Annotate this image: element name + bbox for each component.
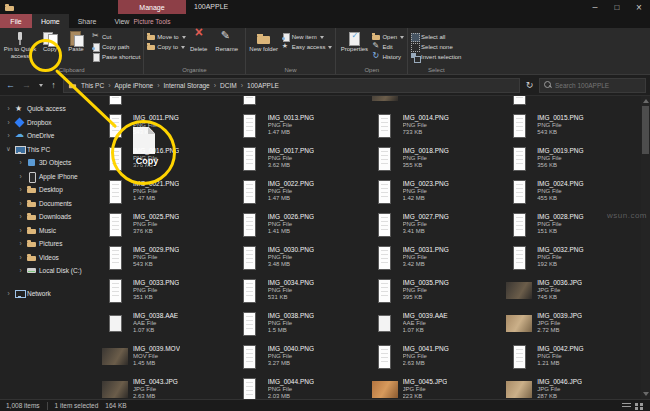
properties-button[interactable]: Properties (339, 30, 369, 53)
breadcrumb[interactable]: This PC Apple iPhone Internal Storage DC… (63, 78, 520, 93)
file-item[interactable]: IMG_0017.PNG PNG File 3.62 MB (235, 142, 370, 175)
sidebar-item[interactable]: › Local Disk (C:) (0, 264, 97, 278)
sidebar-item[interactable]: › Dropbox (0, 116, 97, 130)
file-item[interactable]: IMG_0027.PNG PNG File 3.41 MB (370, 208, 505, 241)
file-item[interactable]: IMG_0022.PNG PNG File 1.47 MB (235, 175, 370, 208)
back-button[interactable]: ← (4, 78, 17, 92)
scroll-up-icon[interactable] (643, 99, 649, 103)
expand-chevron-icon[interactable]: › (5, 290, 12, 297)
expand-chevron-icon[interactable]: › (17, 227, 24, 234)
file-item[interactable]: IMG_0025.PNG PNG File 376 KB (100, 208, 235, 241)
open-button[interactable]: Open (372, 33, 404, 41)
rename-button[interactable]: Rename (212, 30, 242, 53)
file-item[interactable]: IMG_0046.JPG JPG File 287 KB (504, 373, 639, 399)
tab-picture-tools[interactable]: Picture Tools (118, 14, 186, 28)
sidebar-item[interactable]: › Pictures (0, 237, 97, 251)
file-item[interactable]: IMG_0011.PNG PNG File 543 KB (100, 109, 235, 142)
large-icons-view-icon[interactable] (635, 401, 644, 410)
expand-chevron-icon[interactable]: › (17, 240, 24, 247)
sidebar-item[interactable]: › Documents (0, 197, 97, 211)
expand-chevron-icon[interactable]: › (17, 267, 24, 274)
refresh-icon[interactable] (523, 78, 536, 92)
file-item[interactable]: IMG_0039.MOV MOV File 1.45 MB (100, 340, 235, 373)
expand-chevron-icon[interactable]: › (5, 132, 12, 139)
file-item[interactable]: IMG_0029.PNG PNG File 543 KB (100, 241, 235, 274)
file-item[interactable]: IMG_0039.AAE AAE File 1.07 KB (370, 307, 505, 340)
file-item[interactable]: IMG_0031.PNG PNG File 3.42 MB (370, 241, 505, 274)
file-item[interactable]: IMG_0019.PNG PNG File 356 KB (504, 142, 639, 175)
sidebar-item[interactable]: › Music (0, 224, 97, 238)
file-item[interactable]: IMG_0041.PNG PNG File 2.63 MB (370, 340, 505, 373)
edit-button[interactable]: Edit (372, 43, 404, 51)
file-item[interactable]: IMG_0026.PNG PNG File 1.41 MB (235, 208, 370, 241)
expand-chevron-icon[interactable]: › (17, 186, 24, 193)
paste-shortcut-button[interactable]: Paste shortcut (92, 53, 140, 61)
file-item[interactable]: 361 KB (100, 96, 235, 109)
file-item[interactable]: IMG_0038.PNG PNG File 1.5 MB (235, 307, 370, 340)
search-box[interactable] (539, 78, 646, 93)
sidebar-item[interactable]: › OneDrive (0, 129, 97, 143)
file-item[interactable]: IMG_0030.PNG PNG File 3.48 MB (235, 241, 370, 274)
breadcrumb-segment[interactable]: Internal Storage (163, 82, 216, 89)
breadcrumb-segment[interactable]: This PC (81, 82, 110, 89)
tab-file[interactable]: File (0, 14, 32, 28)
select-all-button[interactable]: Select all (411, 33, 461, 41)
details-view-icon[interactable] (622, 401, 631, 410)
sidebar-item[interactable]: › Videos (0, 251, 97, 265)
pin-to-quick-access-button[interactable]: Pin to Quick access (3, 30, 37, 59)
file-item[interactable]: 562 KB (235, 96, 370, 109)
file-item[interactable]: IMG_0043.JPG JPG File 2.63 MB (100, 373, 235, 399)
file-item[interactable]: IMG_0032.PNG PNG File 192 KB (504, 241, 639, 274)
delete-button[interactable]: Delete (186, 30, 212, 53)
breadcrumb-segment[interactable]: DCIM (220, 82, 243, 89)
file-item[interactable]: IMG_0042.PNG PNG File 1.21 MB (504, 340, 639, 373)
up-button[interactable]: ↑ (47, 78, 60, 92)
move-to-button[interactable]: Move to (147, 33, 185, 41)
file-item[interactable]: IMG_0014.PNG PNG File 733 KB (370, 109, 505, 142)
expand-chevron-icon[interactable]: › (17, 254, 24, 261)
file-item[interactable]: IMG_0016.PNG PNG File 376 KB (100, 142, 235, 175)
sidebar-item[interactable]: › Network (0, 287, 97, 301)
sidebar-item[interactable]: › Downloads (0, 210, 97, 224)
file-item[interactable]: IMG_0035.PNG PNG File 395 KB (370, 274, 505, 307)
tab-home[interactable]: Home (32, 14, 69, 28)
file-item[interactable]: IMG_0039.JPG JPG File 2.72 MB (504, 307, 639, 340)
scroll-down-icon[interactable] (643, 392, 649, 396)
recent-locations-dropdown[interactable] (36, 78, 44, 92)
minimize-button[interactable] (584, 0, 606, 14)
new-folder-button[interactable]: New folder (249, 30, 279, 53)
sidebar-item[interactable]: › Apple iPhone (0, 170, 97, 184)
file-item[interactable]: IMG_0045.JPG JPG File 223 KB (370, 373, 505, 399)
copy-to-button[interactable]: Copy to (147, 43, 185, 51)
file-item[interactable]: IMG_0013.PNG PNG File 1.47 MB (235, 109, 370, 142)
history-button[interactable]: History (372, 53, 404, 61)
expand-chevron-icon[interactable]: ∨ (5, 145, 12, 153)
sidebar-item[interactable]: › Desktop (0, 183, 97, 197)
file-item[interactable]: IMG_0038.AAE AAE File 1.07 KB (100, 307, 235, 340)
expand-chevron-icon[interactable]: › (5, 105, 12, 112)
file-item[interactable]: IMG_0044.PNG PNG File 2.03 MB (235, 373, 370, 399)
select-none-button[interactable]: Select none (411, 43, 461, 51)
file-item[interactable]: IMG_0040.PNG PNG File 3.27 MB (235, 340, 370, 373)
breadcrumb-segment[interactable]: Apple iPhone (114, 82, 159, 89)
cut-button[interactable]: Cut (92, 33, 140, 41)
invert-selection-button[interactable]: Invert selection (411, 53, 461, 61)
sidebar-item[interactable]: ∨ This PC (0, 143, 97, 157)
sidebar-item[interactable]: › 3D Objects (0, 156, 97, 170)
file-item[interactable]: IMG_0024.PNG PNG File 455 KB (504, 175, 639, 208)
sidebar-item[interactable]: › Quick access (0, 102, 97, 116)
file-item[interactable]: 362 KB (370, 96, 505, 109)
copy-path-button[interactable]: Copy path (92, 43, 140, 51)
search-input[interactable] (555, 82, 641, 89)
vertical-scrollbar[interactable] (641, 96, 650, 399)
expand-chevron-icon[interactable]: › (5, 119, 12, 126)
file-item[interactable]: IMG_0021.PNG PNG File 1.47 MB (100, 175, 235, 208)
expand-chevron-icon[interactable]: › (17, 200, 24, 207)
file-item[interactable]: IMG_0033.PNG PNG File 351 KB (100, 274, 235, 307)
file-item[interactable]: 1.16 KB (504, 96, 639, 109)
tab-share[interactable]: Share (69, 14, 106, 28)
close-button[interactable] (628, 0, 650, 14)
file-item[interactable]: IMG_0023.PNG PNG File 1.42 MB (370, 175, 505, 208)
file-item[interactable]: IMG_0036.JPG JPG File 745 KB (504, 274, 639, 307)
copy-button[interactable]: Copy (37, 30, 63, 53)
